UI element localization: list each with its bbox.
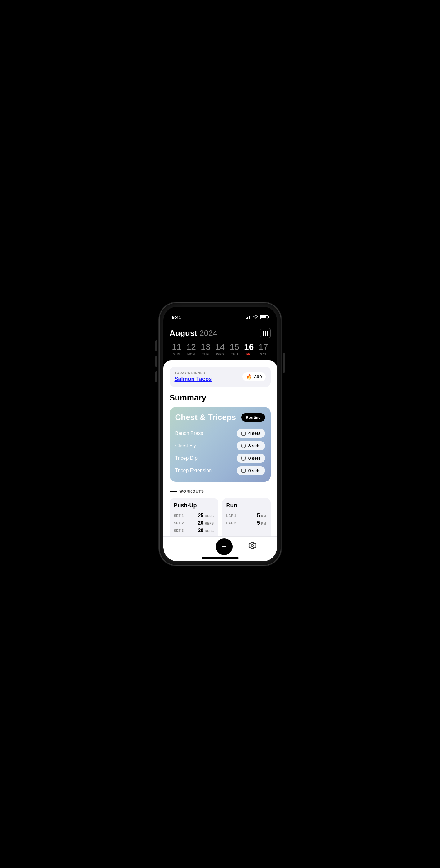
sets-badge[interactable]: 0 sets (237, 466, 265, 475)
phone-frame: 9:41 (160, 303, 281, 565)
time-display: 9:41 (172, 314, 181, 320)
day-item-16[interactable]: 16 FRI (242, 343, 256, 356)
exercise-row: Bench Press 4 sets (175, 427, 265, 440)
set-value-area: 5 KM (257, 513, 266, 519)
set-row: SET 1 25 REPS (174, 512, 214, 519)
set-value-area: 20 REPS (198, 528, 214, 533)
workout-card-title: Run (226, 502, 266, 509)
set-label: SET 2 (174, 521, 184, 525)
workouts-grid: Push-Up SET 1 25 REPS SET 2 20 REPS SET … (170, 498, 271, 540)
calorie-value: 300 (254, 374, 262, 379)
set-unit: KM (261, 515, 266, 518)
dinner-info: TODAY'S DINNER Salmon Tacos (175, 371, 212, 382)
routine-title: Chest & Triceps (175, 412, 236, 422)
routine-badge[interactable]: Routine (241, 413, 265, 422)
calendar-section: August 2024 11 SUN 12 MON 13 TUE 14 WED (163, 323, 277, 356)
phone-screen: 9:41 (163, 307, 277, 561)
day-item-11[interactable]: 11 SUN (170, 343, 184, 356)
sets-value: 0 sets (248, 456, 261, 461)
status-bar: 9:41 (163, 307, 277, 323)
calorie-badge: 🔥 300 (242, 372, 265, 381)
set-row: LAP 1 5 KM (226, 512, 266, 519)
content-area: TODAY'S DINNER Salmon Tacos 🔥 300 Summar… (163, 361, 277, 540)
set-row: SET 3 20 REPS (174, 527, 214, 534)
sets-value: 3 sets (248, 443, 261, 448)
set-label: SET 3 (174, 529, 184, 532)
refresh-icon (241, 456, 246, 461)
set-value: 5 (257, 520, 260, 526)
signal-icon (246, 315, 251, 319)
set-row: SET 2 20 REPS (174, 519, 214, 527)
refresh-icon (241, 443, 246, 448)
sets-badge[interactable]: 0 sets (237, 454, 265, 463)
routine-card-header: Chest & Triceps Routine (175, 412, 265, 422)
calendar-header: August 2024 (170, 328, 271, 338)
battery-icon (260, 315, 268, 319)
exercise-name: Bench Press (175, 431, 203, 436)
home-indicator (202, 557, 239, 559)
set-value: 5 (257, 513, 260, 519)
dinner-card[interactable]: TODAY'S DINNER Salmon Tacos 🔥 300 (170, 367, 271, 387)
workouts-label: WORKOUTS (170, 489, 271, 494)
exercise-row: Tricep Extension 0 sets (175, 464, 265, 477)
set-value-area: 20 REPS (198, 520, 214, 526)
settings-button[interactable] (248, 541, 257, 552)
sets-value: 0 sets (248, 468, 261, 473)
dynamic-island (195, 312, 232, 323)
exercise-row: Chest Fly 3 sets (175, 440, 265, 452)
add-button[interactable]: + (216, 538, 233, 555)
dinner-name[interactable]: Salmon Tacos (175, 376, 212, 382)
set-label: SET 1 (174, 514, 184, 518)
day-item-12[interactable]: 12 MON (184, 343, 198, 356)
calendar-month-year: August 2024 (170, 329, 218, 338)
workout-card-title: Push-Up (174, 502, 214, 509)
sets-value: 4 sets (248, 431, 261, 436)
set-value-area: 5 KM (257, 520, 266, 526)
set-unit: REPS (205, 522, 214, 525)
set-unit: KM (261, 522, 266, 525)
wifi-icon (253, 315, 258, 319)
exercise-row: Tricep Dip 0 sets (175, 452, 265, 464)
flame-icon: 🔥 (246, 374, 252, 380)
dinner-label: TODAY'S DINNER (175, 371, 212, 375)
calendar-grid-button[interactable] (260, 328, 271, 338)
routine-card: Chest & Triceps Routine Bench Press 4 se… (170, 407, 271, 482)
set-value-area: 25 REPS (198, 513, 214, 519)
day-item-13[interactable]: 13 TUE (198, 343, 213, 356)
exercise-name: Tricep Dip (175, 456, 198, 461)
set-unit: REPS (205, 515, 214, 518)
exercise-name: Chest Fly (175, 443, 196, 448)
sets-badge[interactable]: 4 sets (237, 429, 265, 438)
set-label: LAP 2 (226, 521, 236, 525)
sets-badge[interactable]: 3 sets (237, 441, 265, 450)
set-value: 20 (198, 528, 203, 533)
refresh-icon (241, 431, 246, 436)
workout-card[interactable]: Run LAP 1 5 KM LAP 2 5 KM (222, 498, 271, 540)
set-label: LAP 1 (226, 514, 236, 518)
workout-card[interactable]: Push-Up SET 1 25 REPS SET 2 20 REPS SET … (170, 498, 218, 540)
day-item-17[interactable]: 17 SAT (256, 343, 271, 356)
day-item-14[interactable]: 14 WED (213, 343, 227, 356)
set-row: LAP 2 5 KM (226, 519, 266, 527)
refresh-icon (241, 468, 246, 473)
exercise-name: Tricep Extension (175, 468, 212, 473)
summary-title: Summary (170, 393, 271, 403)
set-unit: REPS (205, 529, 214, 533)
set-value: 20 (198, 520, 203, 526)
days-row: 11 SUN 12 MON 13 TUE 14 WED 15 THU 16 FR… (170, 343, 271, 356)
status-icons (246, 315, 268, 319)
day-item-15[interactable]: 15 THU (227, 343, 242, 356)
exercises-list: Bench Press 4 sets Chest Fly 3 sets Tric… (175, 427, 265, 477)
set-value: 25 (198, 513, 203, 519)
